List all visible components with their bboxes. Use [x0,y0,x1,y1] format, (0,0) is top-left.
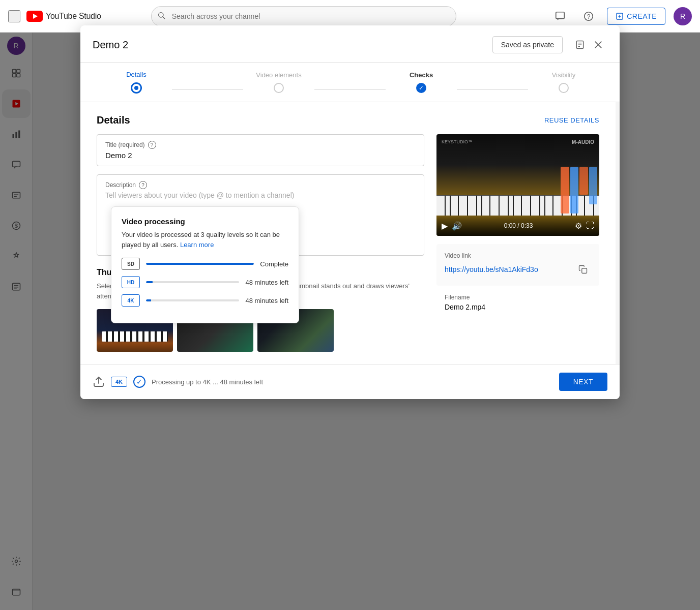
hd-badge: HD [122,276,140,288]
filename-value: Demo 2.mp4 [445,303,591,311]
stepper: Details Video elements Checks ✓ Visibili… [80,63,620,102]
processing-tooltip: Video processing Your video is processed… [111,206,299,323]
footer-check-icon: ✓ [133,376,145,388]
svg-text:?: ? [587,13,591,20]
search-bar [151,6,456,26]
svg-line-3 [163,17,165,19]
description-label: Description [105,181,136,189]
sd-progress-bar [146,263,254,265]
app-logo[interactable]: YouTube Studio [26,11,101,22]
step-visibility-label: Visibility [552,71,576,79]
title-field-box[interactable]: Title (required) ? Demo 2 [97,134,424,166]
details-section-title: Details [97,114,130,126]
step-visibility-dot [559,83,569,93]
description-placeholder: Tell viewers about your video (type @ to… [105,191,416,199]
4k-status: 48 minutes left [245,297,288,304]
title-label: Title (required) [105,141,145,148]
daw-bars [559,165,599,216]
video-link-label: Video link [445,252,591,259]
4k-badge: 4K [122,294,140,307]
sd-status: Complete [260,260,288,268]
title-value: Demo 2 [105,151,416,160]
video-volume-button[interactable]: 🔊 [452,221,462,231]
video-time-display: 0:00 / 0:33 [466,222,571,229]
footer-left: 4K ✓ Processing up to 4K ... 48 minutes … [93,376,551,388]
step-video-elements-label: Video elements [256,71,301,79]
user-avatar[interactable]: R [674,7,692,25]
step-line-2 [314,89,386,89]
svg-rect-4 [556,12,565,18]
saved-as-private-badge[interactable]: Saved as private [492,36,563,53]
topbar-actions: ? CREATE R [550,6,692,26]
right-column: KEYSTUDIO™ M-AUDIO ▶ [436,134,599,352]
video-link-row: https://youtu.be/sNa1AkiFd3o [445,261,591,278]
4k-progress-fill [146,299,149,301]
notes-icon-btn[interactable] [571,36,589,54]
hd-progress-fill [146,281,151,283]
modal-title: Demo 2 [93,39,492,51]
description-help-icon[interactable]: ? [139,181,147,189]
modal-body: Details REUSE DETAILS Title (required) ?… [80,102,620,364]
step-details-dot [131,82,142,94]
processing-title: Video processing [122,217,288,226]
description-label-row: Description ? [105,181,416,189]
step-video-elements-dot [274,83,284,93]
stepper-steps: Details Video elements Checks ✓ Visibili… [101,71,599,94]
step-video-elements[interactable]: Video elements [243,71,314,93]
scrollbar-track[interactable] [616,102,620,364]
modal-footer: 4K ✓ Processing up to 4K ... 48 minutes … [80,364,620,399]
copy-link-button[interactable] [575,261,591,278]
thumbnail-section: Thumbnail Select or upload a picture tha… [97,268,424,352]
step-details[interactable]: Details [101,71,172,94]
modal-content: Details REUSE DETAILS Title (required) ?… [80,102,616,364]
video-fullscreen-button[interactable]: ⛶ [586,221,594,230]
title-help-icon[interactable]: ? [148,141,156,149]
app-name: YouTube Studio [46,12,101,21]
content-layout: Title (required) ? Demo 2 Description ? … [97,134,599,352]
step-line-3 [457,89,528,89]
next-button[interactable]: NEXT [559,373,607,391]
modal-header: Demo 2 Saved as private [80,25,620,63]
4k-footer-badge: 4K [111,377,127,387]
search-input[interactable] [151,6,456,26]
help-icon-btn[interactable]: ? [578,6,599,26]
upload-icon [93,376,105,388]
comments-icon-btn[interactable] [550,6,570,26]
step-line-1 [172,89,243,89]
processing-row-hd: HD 48 minutes left [122,276,288,288]
video-preview: KEYSTUDIO™ M-AUDIO ▶ [436,134,599,236]
details-section-header: Details REUSE DETAILS [97,114,599,126]
reuse-details-button[interactable]: REUSE DETAILS [544,116,599,124]
close-dialog-button[interactable] [589,36,607,54]
svg-rect-37 [582,268,587,273]
step-details-label: Details [126,71,147,78]
step-checks[interactable]: Checks ✓ [386,71,457,93]
processing-row-sd: SD Complete [122,258,288,270]
create-button[interactable]: CREATE [607,8,665,25]
processing-row-4k: 4K 48 minutes left [122,294,288,307]
video-play-button[interactable]: ▶ [442,221,448,231]
hd-progress-bar [146,281,239,283]
filename-section: Filename Demo 2.mp4 [436,294,599,311]
video-link-url[interactable]: https://youtu.be/sNa1AkiFd3o [445,265,538,273]
sd-progress-fill [146,263,254,265]
youtube-icon [26,11,43,22]
hamburger-menu[interactable] [8,10,20,22]
footer-processing-text: Processing up to 4K ... 48 minutes left [152,378,263,386]
title-label-row: Title (required) ? [105,141,416,149]
step-checks-dot: ✓ [416,83,426,93]
step-checks-label: Checks [410,71,433,79]
filename-label: Filename [445,294,591,301]
avatar-initials: R [680,12,685,20]
sd-badge: SD [122,258,140,270]
4k-progress-bar [146,299,239,301]
step-visibility[interactable]: Visibility [528,71,599,93]
processing-description: Your video is processed at 3 quality lev… [122,230,288,250]
upload-dialog: Demo 2 Saved as private Details Video el… [80,25,620,399]
hd-status: 48 minutes left [245,279,288,286]
video-link-section: Video link https://youtu.be/sNa1AkiFd3o [436,244,599,286]
video-controls-bar: ▶ 🔊 0:00 / 0:33 ⚙ ⛶ [436,216,599,236]
search-icon [157,11,165,21]
processing-learn-more-link[interactable]: Learn more [180,241,214,249]
video-settings-button[interactable]: ⚙ [575,221,582,231]
